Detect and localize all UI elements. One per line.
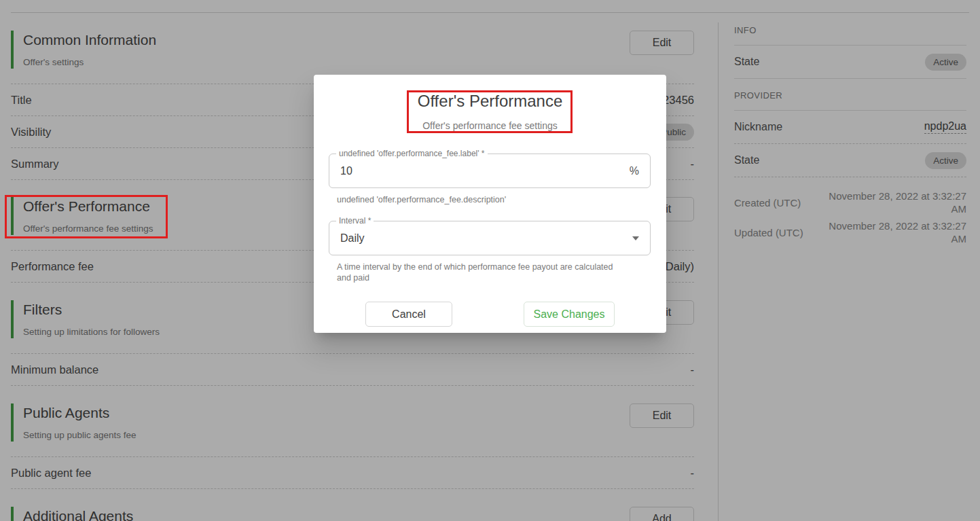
interval-selected-value: Daily	[340, 232, 632, 245]
performance-fee-input[interactable]	[340, 165, 630, 177]
caret-down-icon	[632, 236, 639, 240]
interval-helper-text: A time interval by the end of which perf…	[337, 262, 625, 283]
interval-select-label: Interval *	[336, 216, 374, 226]
percent-suffix: %	[630, 165, 639, 177]
interval-select[interactable]: Interval * Daily	[329, 221, 651, 255]
performance-fee-field-label: undefined 'offer.performance_fee.label' …	[336, 149, 488, 158]
offers-performance-dialog: Offer's Performance Offer's performance …	[314, 75, 666, 333]
performance-fee-field[interactable]: undefined 'offer.performance_fee.label' …	[329, 154, 651, 188]
dialog-title: Offer's Performance	[314, 92, 666, 111]
dialog-actions: Cancel Save Changes	[314, 302, 666, 327]
dialog-subtitle: Offer's performance fee settings	[314, 120, 666, 131]
save-changes-button[interactable]: Save Changes	[524, 302, 615, 327]
performance-fee-helper-text: undefined 'offer.performance_fee.descrip…	[337, 194, 625, 205]
cancel-button[interactable]: Cancel	[365, 302, 452, 327]
